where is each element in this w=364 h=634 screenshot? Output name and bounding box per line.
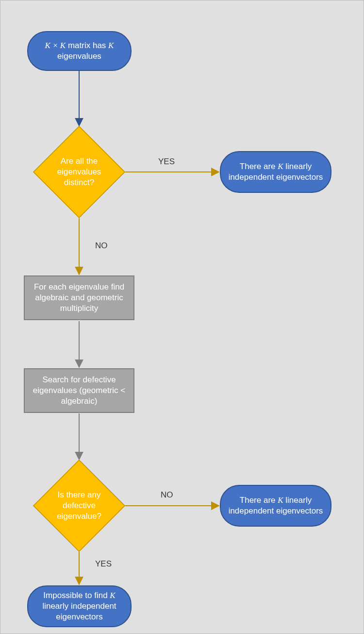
node-result-k-independent-2: There are K linearly independent eigenve… [220,485,331,527]
label-yes-2: YES [95,559,112,569]
node-decision-distinct: Are all the eigenvalues distinct? [33,126,125,218]
decision1-text: Are all the eigenvalues distinct? [40,156,118,188]
node-decision-defective: Is there any defective eigenvalue? [33,460,125,552]
node-result-k-independent-1: There are K linearly independent eigenve… [220,151,331,193]
node-process-multiplicity: For each eigenvalue find algebraic and g… [24,275,134,320]
result-yes1-text: There are K linearly independent eigenve… [228,161,324,183]
label-no-2: NO [161,490,173,500]
result-yes2-text: Impossible to find K linearly independen… [35,590,124,622]
node-start-text: K × K matrix has K eigenvalues [45,40,114,62]
result-no2-text: There are K linearly independent eigenve… [228,495,324,516]
flowchart-canvas: K × K matrix has K eigenvalues Are all t… [0,0,364,634]
process1-text: For each eigenvalue find algebraic and g… [32,282,127,314]
decision2-text: Is there any defective eigenvalue? [40,490,118,522]
node-result-impossible: Impossible to find K linearly independen… [27,585,132,627]
label-no-1: NO [95,241,108,251]
label-yes-1: YES [158,157,175,167]
process2-text: Search for defective eigenvalues (geomet… [32,375,127,407]
node-process-search-defective: Search for defective eigenvalues (geomet… [24,368,134,413]
node-start: K × K matrix has K eigenvalues [27,31,132,71]
